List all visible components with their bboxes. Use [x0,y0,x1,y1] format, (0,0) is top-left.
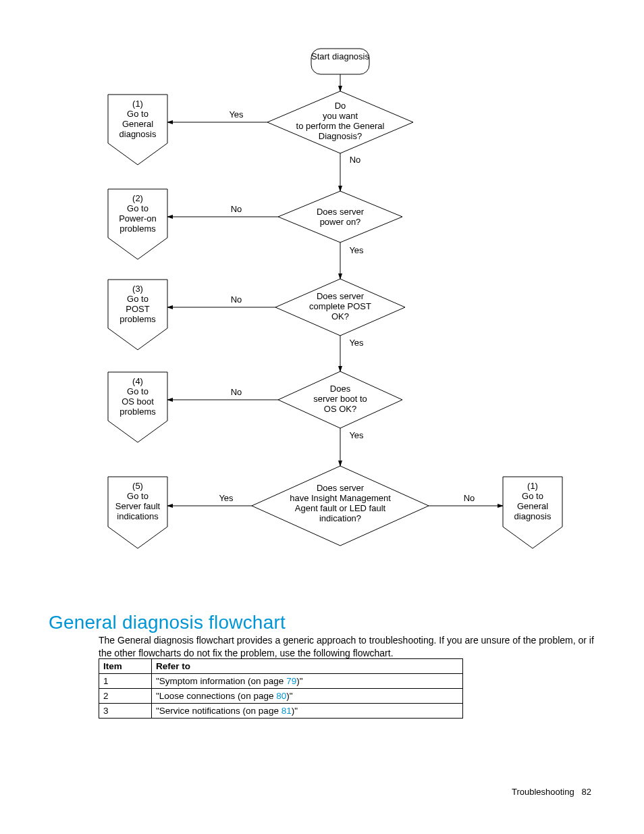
reference-table: Item Refer to 1 "Symptom information (on… [99,658,463,719]
offpage-2-text: (2)Go toPower-onproblems [108,194,167,234]
table-header-refer: Refer to [152,659,463,674]
d1-no-label: No [345,155,365,165]
decision-1-text: Doyou wantto perform the GeneralDiagnosi… [282,101,398,142]
table-header-item: Item [99,659,152,674]
d2-no-label: No [223,205,250,215]
d5-yes-label: Yes [213,494,240,504]
page-link[interactable]: 80 [276,691,286,701]
decision-2-text: Does serverpower on? [294,207,386,228]
decision-5-text: Does serverhave Insight ManagementAgent … [275,484,405,524]
page-link[interactable]: 81 [281,706,292,716]
offpage-5-text: (5)Go toServer faultindications [106,481,169,522]
d5-no-label: No [459,494,479,504]
d3-yes-label: Yes [345,338,368,348]
page-link[interactable]: 79 [286,676,296,686]
table-row: 1 "Symptom information (on page 79)" [99,674,463,689]
table-row: 3 "Service notifications (on page 81)" [99,704,463,719]
d4-no-label: No [223,388,250,398]
d2-yes-label: Yes [345,246,368,256]
decision-4-text: Doesserver boot toOS OK? [297,384,383,415]
table-row: 2 "Loose connections (on page 80)" [99,689,463,704]
d3-no-label: No [223,295,250,305]
section-body: The General diagnosis flowchart provides… [99,634,598,660]
offpage-6-text: (1)Go toGeneraldiagnosis [503,481,562,522]
decision-3-text: Does servercomplete POSTOK? [292,292,389,322]
offpage-3-text: (3)Go toPOSTproblems [108,284,167,325]
d1-yes-label: Yes [223,110,250,120]
offpage-1-text: (1)Go toGeneraldiagnosis [108,99,167,140]
d4-yes-label: Yes [345,431,368,441]
page-footer: Troubleshooting 82 [512,787,591,797]
offpage-4-text: (4)Go toOS bootproblems [108,377,167,417]
start-node-text: Start diagnosis [311,52,369,62]
section-heading: General diagnosis flowchart [49,612,286,633]
